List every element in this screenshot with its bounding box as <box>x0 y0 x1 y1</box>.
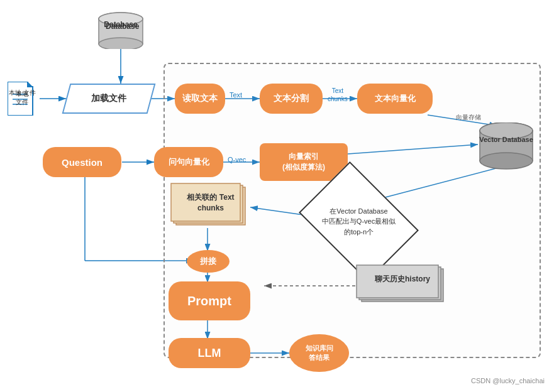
text-label: Text <box>230 91 242 99</box>
database-text: Database <box>106 22 139 31</box>
diamond-node: 在Vector Database 中匹配出与Q-vec最相似 的top-n个 <box>310 185 407 258</box>
prompt-node: Prompt <box>169 281 250 320</box>
question-node: Question <box>43 147 121 177</box>
svg-point-33 <box>480 153 533 169</box>
knowledge-result-node: 知识库问 答结果 <box>289 334 349 372</box>
chat-history-label: 聊天历史history <box>362 274 443 285</box>
svg-point-24 <box>99 38 143 49</box>
text-vectorize-node: 文本向量化 <box>357 84 433 114</box>
text-chunks-label: Textchunks <box>328 87 348 103</box>
llm-node: LLM <box>169 338 250 368</box>
concat-node: 拼接 <box>187 250 230 273</box>
vector-store-label: 向量存储 <box>456 113 481 122</box>
text-split-node: 文本分割 <box>260 84 323 114</box>
vector-index-node: 向量索引 (相似度算法) <box>260 143 348 181</box>
svg-marker-27 <box>28 82 33 87</box>
watermark: CSDN @lucky_chaichai <box>471 377 545 384</box>
chat-history-pages: 聊天历史history <box>355 264 450 308</box>
read-text-node: 读取文本 <box>175 84 225 114</box>
related-chunks-pages: 相关联的 Text chunks <box>170 182 252 229</box>
vector-db-cylinder: Vector Database <box>475 122 538 170</box>
diagram: Database Database 本地 文件 本地文件 加载文件 读取文本 T… <box>0 0 554 392</box>
load-file-node: 加载文件 <box>66 84 152 114</box>
question-vectorize-node: 问句向量化 <box>154 147 223 177</box>
q-vec-label: Q-vec <box>228 156 246 163</box>
related-chunks-label: 相关联的 Text chunks <box>176 192 245 214</box>
vector-db-label: Vector Database <box>479 135 533 144</box>
